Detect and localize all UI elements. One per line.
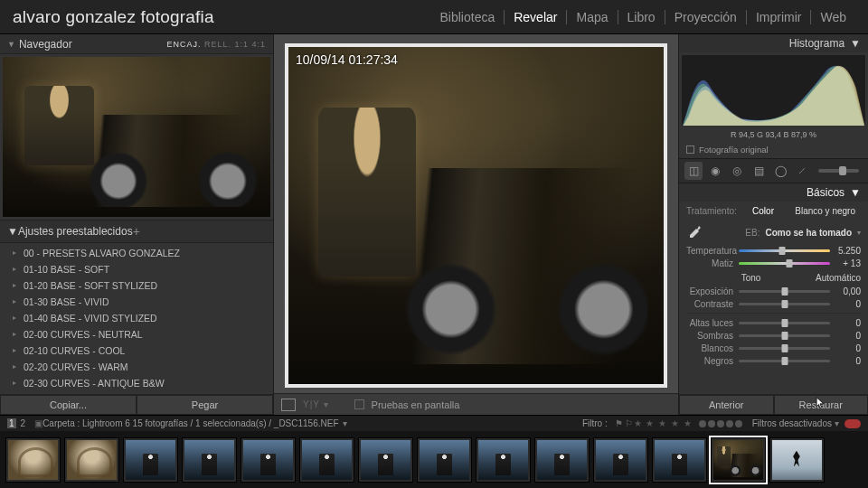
before-after-icon[interactable]: Y|Y ▾ <box>303 399 329 409</box>
histogram[interactable] <box>682 55 865 126</box>
preset-folder[interactable]: 01-10 BASE - SOFT <box>0 261 273 277</box>
plus-icon[interactable]: + <box>133 224 140 239</box>
left-bottom-buttons: Copiar... Pegar <box>0 394 273 415</box>
preset-folder[interactable]: 01-20 BASE - SOFT STYLIZED <box>0 277 273 294</box>
color-filter-yellow[interactable] <box>708 420 715 427</box>
rating-filter[interactable]: ★ ★ ★ ★ ★ <box>634 418 693 428</box>
page-2[interactable]: 2 <box>19 418 28 428</box>
preset-folder[interactable]: 02-30 CURVES - ANTIQUE B&W <box>0 375 273 391</box>
module-web[interactable]: Web <box>810 10 855 24</box>
preset-folder[interactable]: 01-30 BASE - VIVID <box>0 294 273 310</box>
thumbnail[interactable] <box>182 437 237 483</box>
preset-folder[interactable]: 02-20 CURVES - WARM <box>0 359 273 375</box>
flag-filter-icon[interactable]: ⚑ ⚐ <box>615 418 634 428</box>
left-panel: ▼ Navegador ENCAJ. RELL. 1:1 4:1 ▼ Ajust… <box>0 34 274 415</box>
dropdown-icon[interactable]: ▾ <box>343 418 347 428</box>
navigator-preview[interactable] <box>3 57 270 217</box>
eyedropper-icon[interactable] <box>686 224 703 240</box>
module-mapa[interactable]: Mapa <box>566 10 617 24</box>
redeye-tool-icon[interactable]: ◎ <box>728 162 746 180</box>
crop-tool-icon[interactable]: ◫ <box>684 162 703 180</box>
color-filter-purple[interactable] <box>735 420 742 427</box>
basics-header[interactable]: Básicos ▼ <box>679 183 868 202</box>
thumbnail[interactable] <box>769 437 825 483</box>
module-biblioteca[interactable]: Biblioteca <box>431 10 505 24</box>
soft-proof-checkbox[interactable] <box>354 399 364 409</box>
treatment-bw[interactable]: Blanco y negro <box>789 205 861 217</box>
thumbnail[interactable] <box>5 437 61 483</box>
module-imprimir[interactable]: Imprimir <box>746 10 811 24</box>
module-libro[interactable]: Libro <box>618 10 665 24</box>
display-pages[interactable]: 1 2 <box>7 418 27 428</box>
thumbnail[interactable] <box>241 437 296 483</box>
tool-strip: ◫ ◉ ◎ ▤ ◯ ⟋ <box>679 158 868 183</box>
filter-switch[interactable] <box>844 419 861 428</box>
thumbnail[interactable] <box>299 437 354 483</box>
slider-blancos[interactable]: Blancos0 <box>679 342 868 354</box>
reset-button[interactable]: Restaurar <box>774 395 869 415</box>
thumbnail[interactable] <box>123 437 178 483</box>
secondary-info-bar: 1 2 ▣ Carpeta : Lightroom 6 15 fotografí… <box>0 415 868 431</box>
slider-altas-luces[interactable]: Altas luces0 <box>679 316 868 329</box>
preset-folder[interactable]: 00 - PRESETS ALVARO GONZALEZ <box>0 245 273 261</box>
thumbnail[interactable] <box>534 437 590 483</box>
module-proyección[interactable]: Proyección <box>665 10 746 24</box>
thumbnail-image <box>596 440 646 480</box>
copy-button[interactable]: Copiar... <box>0 395 137 415</box>
wb-value[interactable]: Como se ha tomado <box>765 228 852 238</box>
original-checkbox[interactable] <box>686 145 694 154</box>
thumbnail-image <box>713 440 763 480</box>
navigator-zoom-modes[interactable]: ENCAJ. RELL. 1:1 4:1 <box>166 40 266 49</box>
spot-tool-icon[interactable]: ◉ <box>706 162 724 180</box>
wb-sliders: Temperatura5.250Matiz+ 13 <box>679 244 868 269</box>
loupe-view[interactable]: 10/09/14 01:27:34 <box>285 43 667 388</box>
color-filter-green[interactable] <box>717 420 724 427</box>
previous-button[interactable]: Anterior <box>679 395 774 415</box>
dropdown-icon[interactable]: ▾ <box>835 418 839 428</box>
filmstrip[interactable] <box>0 431 868 488</box>
slider-sombras[interactable]: Sombras0 <box>679 329 868 342</box>
preset-folder[interactable]: 02-00 CURVES - NEUTRAL <box>0 326 273 343</box>
thumbnail[interactable] <box>652 437 707 483</box>
thumbnail[interactable] <box>417 437 472 483</box>
navigator-title: Navegador <box>19 38 72 51</box>
thumbnail[interactable] <box>476 437 531 483</box>
brush-tool-icon[interactable]: ⟋ <box>793 162 811 180</box>
thumbnail-image <box>126 440 175 480</box>
preset-folder[interactable]: 02-10 CURVES - COOL <box>0 343 273 359</box>
preset-folder[interactable]: 01-40 BASE - VIVID STYLIZED <box>0 310 273 326</box>
module-revelar[interactable]: Revelar <box>504 10 566 24</box>
divider <box>686 313 861 314</box>
presets-list: 00 - PRESETS ALVARO GONZALEZ01-10 BASE -… <box>0 243 273 394</box>
thumbnail[interactable] <box>64 437 119 483</box>
filters-off-label[interactable]: Filtros desactivados <box>752 418 832 428</box>
slider-contraste[interactable]: Contraste0 <box>679 297 868 310</box>
presets-title: Ajustes preestablecidos <box>18 225 133 238</box>
slider-exposición[interactable]: Exposición0,00 <box>679 285 868 297</box>
color-filter-red[interactable] <box>699 420 706 427</box>
slider-negros[interactable]: Negros0 <box>679 354 868 367</box>
page-1[interactable]: 1 <box>7 418 16 428</box>
original-label: Fotografía original <box>699 145 769 155</box>
paste-button[interactable]: Pegar <box>137 395 273 415</box>
treatment-color[interactable]: Color <box>747 205 779 217</box>
auto-tone-button[interactable]: Automático <box>816 273 861 283</box>
presets-header[interactable]: ▼ Ajustes preestablecidos + <box>0 220 273 243</box>
loupe-view-icon[interactable] <box>281 399 296 411</box>
tool-size-slider[interactable] <box>818 169 859 173</box>
chevron-down-icon: ▼ <box>7 225 18 238</box>
color-filter-blue[interactable] <box>726 420 733 427</box>
thumbnail-image <box>420 440 469 480</box>
thumbnail[interactable] <box>358 437 413 483</box>
breadcrumb[interactable]: Carpeta : Lightroom 6 15 fotografías / 1… <box>42 418 338 428</box>
navigator-header[interactable]: ▼ Navegador ENCAJ. RELL. 1:1 4:1 <box>0 34 273 54</box>
thumbnail[interactable] <box>593 437 648 483</box>
slider-matiz[interactable]: Matiz+ 13 <box>679 257 868 269</box>
gradient-tool-icon[interactable]: ▤ <box>750 162 768 180</box>
histogram-header[interactable]: Histograma ▼ <box>679 34 868 52</box>
thumbnail[interactable] <box>711 437 766 483</box>
tone-sliders: Altas luces0Sombras0Blancos0Negros0 <box>679 316 868 367</box>
radial-tool-icon[interactable]: ◯ <box>771 162 789 180</box>
slider-temperatura[interactable]: Temperatura5.250 <box>679 244 868 257</box>
dropdown-icon[interactable]: ▾ <box>857 229 861 237</box>
